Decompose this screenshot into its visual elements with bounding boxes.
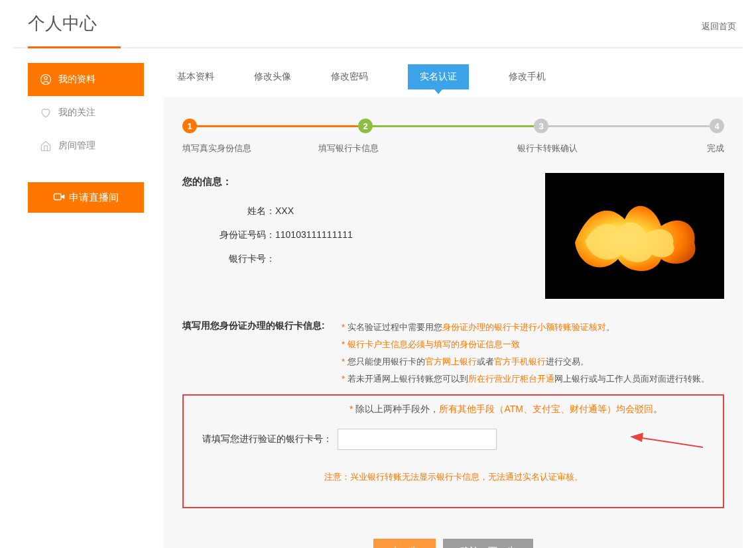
- content-panel: 1 2 3 4 填写真实身份信息 填写银行卡信息 银行卡转账确认 完成 您: [164, 97, 743, 548]
- sidebar-item-profile[interactable]: 我的资料: [28, 63, 144, 96]
- step-3-circle: 3: [534, 119, 548, 133]
- rule-item: *银行卡户主信息必须与填写的身份证信息一致: [342, 336, 724, 353]
- sidebar: 我的资料 我的关注 房间管理 申请直播间: [28, 48, 144, 548]
- tab-avatar[interactable]: 修改头像: [254, 66, 291, 88]
- tab-verify[interactable]: 实名认证: [408, 64, 469, 89]
- bank-section-title: 填写用您身份证办理的银行卡信息:: [182, 319, 342, 332]
- svg-point-1: [44, 77, 48, 80]
- user-icon: [40, 74, 52, 85]
- note-label: 注意：: [324, 472, 350, 482]
- rule-item: *若未开通网上银行转账您可以到所在行营业厅柜台开通网上银行或与工作人员面对面进行…: [342, 370, 724, 388]
- next-button[interactable]: 确认，下一步: [443, 539, 533, 548]
- header: 个人中心 返回首页: [13, 0, 743, 48]
- page-title: 个人中心: [28, 12, 97, 40]
- header-accent: [28, 46, 121, 48]
- tabs: 基本资料 修改头像 修改密码 实名认证 修改手机: [164, 48, 743, 97]
- svg-rect-2: [54, 193, 62, 199]
- id-value: 110103111111111: [275, 229, 353, 241]
- apply-live-label: 申请直播间: [69, 192, 119, 204]
- step-2-label: 填写银行卡信息: [255, 142, 441, 154]
- rule-item: *除以上两种手段外，所有其他手段（ATM、支付宝、财付通等）均会驳回。: [349, 404, 711, 415]
- tab-basic[interactable]: 基本资料: [177, 66, 214, 88]
- sidebar-item-label: 房间管理: [58, 140, 95, 152]
- main-content: 基本资料 修改头像 修改密码 实名认证 修改手机 1 2 3 4 填写真实身份信…: [144, 48, 743, 548]
- home-icon: [40, 140, 52, 152]
- highlighted-input-box: *除以上两种手段外，所有其他手段（ATM、支付宝、财付通等）均会驳回。 请填写您…: [182, 394, 724, 508]
- svg-line-3: [642, 438, 703, 447]
- rule-item: *实名验证过程中需要用您身份证办理的银行卡进行小额转账验证核对。: [342, 319, 724, 336]
- svg-marker-4: [630, 433, 643, 442]
- tab-password[interactable]: 修改密码: [331, 66, 368, 88]
- sidebar-item-label: 我的资料: [58, 74, 95, 85]
- step-line-1: [197, 125, 358, 127]
- rule-item: *您只能使用银行卡的官方网上银行或者官方手机银行进行交易。: [342, 353, 724, 370]
- step-1-circle: 1: [182, 119, 197, 133]
- annotation-arrow-icon: [630, 433, 703, 453]
- bank-input-label: 请填写您进行验证的银行卡号：: [202, 433, 332, 445]
- name-value: XXX: [275, 205, 294, 217]
- bank-label: 银行卡号：: [182, 253, 275, 265]
- id-label: 身份证号码：: [182, 229, 275, 241]
- step-3-label: 银行卡转账确认: [441, 142, 627, 154]
- sidebar-item-follow[interactable]: 我的关注: [28, 96, 144, 129]
- rules-list: *实名验证过程中需要用您身份证办理的银行卡进行小额转账验证核对。 *银行卡户主信…: [342, 319, 724, 388]
- step-labels: 填写真实身份信息 填写银行卡信息 银行卡转账确认 完成: [182, 142, 724, 154]
- step-4-circle: 4: [710, 119, 724, 133]
- step-4-label: 完成: [627, 142, 724, 154]
- sidebar-item-room[interactable]: 房间管理: [28, 129, 144, 162]
- step-line-3: [548, 125, 710, 127]
- video-plus-icon: [53, 191, 65, 205]
- apply-live-button[interactable]: 申请直播间: [28, 182, 144, 213]
- step-1-label: 填写真实身份信息: [182, 142, 255, 154]
- heart-icon: [40, 107, 52, 119]
- prev-button[interactable]: 上一步: [373, 539, 436, 548]
- note-text: 兴业银行转账无法显示银行卡信息，无法通过实名认证审核。: [350, 472, 583, 482]
- info-title: 您的信息：: [182, 176, 545, 188]
- bank-card-input[interactable]: [338, 429, 497, 450]
- sidebar-item-label: 我的关注: [58, 107, 95, 119]
- back-home-link[interactable]: 返回首页: [702, 21, 736, 32]
- step-2-circle: 2: [358, 119, 373, 133]
- step-line-2: [373, 125, 534, 127]
- tab-phone[interactable]: 修改手机: [509, 66, 546, 88]
- step-progress: 1 2 3 4: [182, 119, 724, 133]
- preview-image: [545, 173, 724, 299]
- name-label: 姓名：: [182, 205, 275, 217]
